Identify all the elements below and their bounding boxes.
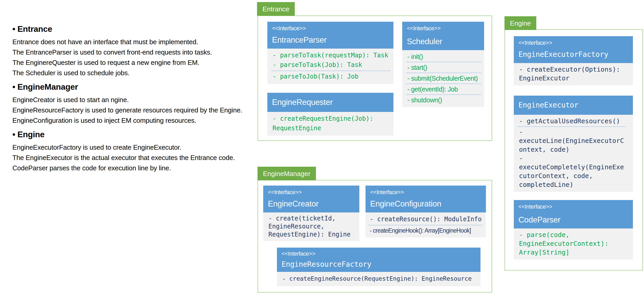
notes-line: EngineConfiguration is used to inject EM… xyxy=(12,115,253,126)
interface-stereotype: <<Interface>> xyxy=(518,204,628,210)
method-separator xyxy=(271,71,390,71)
method-line: - parseToTask(Job): Task xyxy=(273,60,390,70)
notes-heading-engine: • Engine xyxy=(12,129,253,140)
method-separator xyxy=(406,83,481,84)
method-line: - createResource(): ModuleInfo xyxy=(370,215,483,224)
method-separator xyxy=(369,225,483,225)
method-line: - shutdown() xyxy=(407,96,481,104)
uml-title: EngineConfiguration xyxy=(370,200,481,208)
uml-box-engineresourcefactory: <<Interface>> EngineResourceFactory - cr… xyxy=(277,248,480,286)
uml-methods: - parseToTask(requestMap): Task - parseT… xyxy=(267,49,393,84)
notes-line: EngineResourceFactory is used to generat… xyxy=(12,105,253,115)
method-line: - init() xyxy=(407,52,481,61)
method-line: - executeCompletely(EngineExecutorContex… xyxy=(519,154,626,189)
uml-title: EngineExecutor xyxy=(518,101,628,110)
uml-header: <<Interface>> EngineResourceFactory xyxy=(277,248,480,272)
uml-header: <<Interface>> EntranceParser xyxy=(267,22,393,49)
method-separator xyxy=(406,73,481,73)
uml-methods: - createResource(): ModuleInfo - createE… xyxy=(366,212,486,238)
uml-methods: - init() - start() - submit(SchedulerEve… xyxy=(402,50,484,107)
interface-stereotype: <<Interface>> xyxy=(282,251,476,257)
uml-methods: - createRequestEngine(Job): RequestEngin… xyxy=(267,112,393,136)
uml-title: CodeParser xyxy=(518,216,628,224)
notes-panel: • Entrance Entrance does not have an int… xyxy=(12,20,253,173)
slide-canvas: • Entrance Entrance does not have an int… xyxy=(0,0,644,298)
notes-heading-enginemanager: • EngineManager xyxy=(12,82,253,92)
notes-line: EngineCreator is used to start an ngine. xyxy=(12,95,253,105)
method-line: - parseToJob(Task): Job xyxy=(273,72,390,81)
interface-stereotype: <<Interface>> xyxy=(272,25,389,32)
notes-line: CodeParser parses the code for execution… xyxy=(12,163,253,173)
uml-header: <<Interface>> Scheduler xyxy=(402,22,484,50)
method-line: - getActualUsedResources() xyxy=(519,117,626,126)
uml-title: Scheduler xyxy=(407,37,479,46)
method-separator xyxy=(518,126,626,127)
interface-stereotype: <<Interface>> xyxy=(268,189,355,195)
uml-header: <<Interface>> EngineCreator xyxy=(263,186,359,212)
method-line: - createEngineResource(RequestEngine): E… xyxy=(282,274,477,284)
notes-line: EngineExecutorFactory is used to create … xyxy=(12,142,253,152)
uml-header: <<Interface>> EngineExecutorFactory xyxy=(514,36,633,63)
uml-box-engineexecutorfactory: <<Interface>> EngineExecutorFactory - cr… xyxy=(514,36,633,85)
uml-box-engineconfiguration: <<Interface>> EngineConfiguration - crea… xyxy=(366,186,486,238)
uml-methods: - parse(code, EngineExecutorContext): Ar… xyxy=(514,228,633,259)
uml-header: EngineExecutor xyxy=(514,96,633,115)
uml-methods: - createExecutor(Options): EngineExcutor xyxy=(514,63,633,85)
uml-title: EntranceParser xyxy=(272,36,389,44)
method-line: - create(ticketId, EngineResource, Reque… xyxy=(268,215,356,239)
uml-header: EngineRequester xyxy=(267,93,393,112)
method-separator xyxy=(406,62,481,62)
uml-header: <<Interface>> CodeParser xyxy=(514,200,633,228)
notes-line: The EntranceParser is used to convert fr… xyxy=(12,47,253,57)
method-line: - createRequestEngine(Job): RequestEngin… xyxy=(273,114,390,133)
notes-line: Entrance does not have an interface that… xyxy=(12,37,253,47)
uml-methods: - createEngineResource(RequestEngine): E… xyxy=(277,272,480,286)
method-line: - createExecutor(Options): EngineExcutor xyxy=(519,65,626,83)
uml-box-scheduler: <<Interface>> Scheduler - init() - start… xyxy=(402,22,484,107)
uml-box-enginerequester: EngineRequester - createRequestEngine(Jo… xyxy=(267,93,393,136)
uml-title: EngineResourceFactory xyxy=(282,260,476,269)
uml-box-codeparser: <<Interface>> CodeParser - parse(code, E… xyxy=(514,200,633,259)
interface-stereotype: <<Interface>> xyxy=(370,189,481,195)
method-line: - parseToTask(requestMap): Task xyxy=(273,51,390,60)
method-line: - executeLine(EngineExecutorContext, cod… xyxy=(519,128,626,154)
uml-box-entranceparser: <<Interface>> EntranceParser - parseToTa… xyxy=(267,22,393,84)
interface-stereotype: <<Interface>> xyxy=(407,25,479,32)
group-label-entrance: Entrance xyxy=(257,2,295,16)
notes-heading-entrance: • Entrance xyxy=(12,24,253,34)
notes-line: The EnginereQuester is used to request a… xyxy=(12,57,253,68)
uml-title: EngineCreator xyxy=(268,200,355,208)
uml-methods: - create(ticketId, EngineResource, Reque… xyxy=(263,212,359,241)
uml-header: <<Interface>> EngineConfiguration xyxy=(366,186,486,212)
uml-box-engineexecutor: EngineExecutor - getActualUsedResources(… xyxy=(514,96,633,192)
method-line: - createEngineHook(): Array[EngineHook] xyxy=(370,226,483,235)
method-line: - submit(SchedulerEvent) xyxy=(407,74,481,83)
uml-box-enginecreator: <<Interface>> EngineCreator - create(tic… xyxy=(263,186,359,241)
method-line: - get(eventId): Job xyxy=(407,85,481,94)
uml-title: EngineExecutorFactory xyxy=(518,50,628,59)
group-label-enginemanager: EngineManager xyxy=(258,167,316,180)
uml-title: EngineRequester xyxy=(272,98,389,107)
uml-methods: - getActualUsedResources() - executeLine… xyxy=(514,115,633,192)
method-separator xyxy=(406,94,481,95)
interface-stereotype: <<Interface>> xyxy=(518,40,628,46)
method-line: - parse(code, EngineExecutorContext): Ar… xyxy=(519,231,626,257)
notes-line: The Scheduler is used to schedule jobs. xyxy=(12,68,253,78)
group-label-engine: Engine xyxy=(505,16,536,30)
method-line: - start() xyxy=(407,63,481,72)
notes-line: The EngineExecutor is the actual executo… xyxy=(12,152,253,163)
